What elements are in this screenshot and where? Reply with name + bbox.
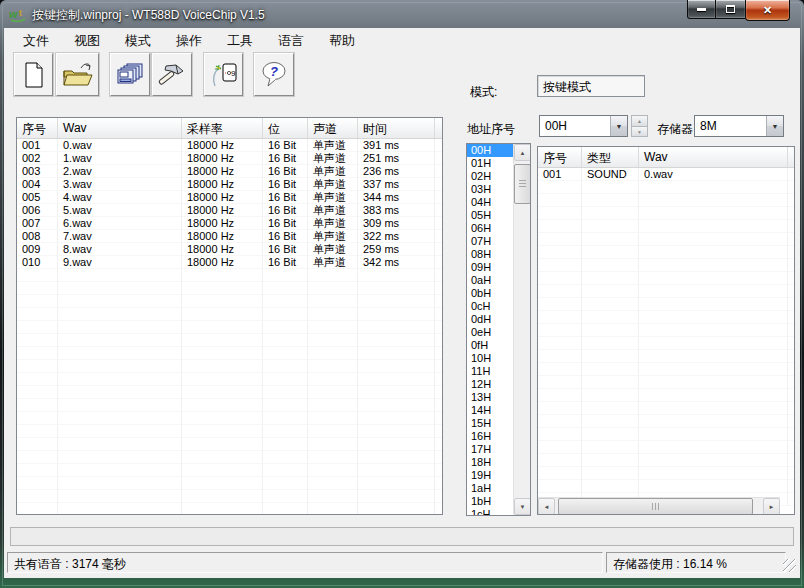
address-stepper[interactable]: ▲ ▼: [631, 115, 648, 137]
address-list-item[interactable]: 0aH: [467, 274, 513, 287]
address-list-item[interactable]: 00H: [467, 144, 513, 157]
address-list-item[interactable]: 19H: [467, 469, 513, 482]
address-list-item[interactable]: 11H: [467, 365, 513, 378]
table-row[interactable]: 0098.wav18000 Hz16 Bit单声道259 ms: [17, 243, 442, 256]
address-list-item[interactable]: 18H: [467, 456, 513, 469]
column-header[interactable]: 位: [263, 118, 308, 138]
menu-file[interactable]: 文件: [18, 30, 54, 52]
address-list-item[interactable]: 17H: [467, 443, 513, 456]
table-cell-filler: [788, 363, 794, 376]
column-header[interactable]: 序号: [17, 118, 58, 138]
table-cell-filler: [435, 503, 442, 515]
new-file-button[interactable]: [14, 53, 53, 96]
address-list-item[interactable]: 0eH: [467, 326, 513, 339]
address-table-hscrollbar[interactable]: ◄ ►: [538, 497, 780, 514]
address-list-item[interactable]: 08H: [467, 248, 513, 261]
table-row: [538, 220, 794, 233]
table-row[interactable]: 0054.wav18000 Hz16 Bit单声道344 ms: [17, 191, 442, 204]
address-list-item[interactable]: 1cH: [467, 508, 513, 516]
table-cell: [582, 480, 639, 493]
address-list-item[interactable]: 16H: [467, 430, 513, 443]
chevron-down-icon[interactable]: ▼: [610, 116, 627, 136]
download-chip-button[interactable]: 9: [204, 53, 243, 96]
table-row[interactable]: 0065.wav18000 Hz16 Bit单声道383 ms: [17, 204, 442, 217]
column-header[interactable]: 类型: [582, 147, 639, 167]
table-cell: [308, 308, 358, 321]
column-header[interactable]: 声道: [308, 118, 358, 138]
resize-grip[interactable]: [783, 559, 796, 572]
scrollbar-thumb[interactable]: [514, 164, 531, 204]
address-list-item[interactable]: 1aH: [467, 482, 513, 495]
minimize-button[interactable]: [687, 0, 716, 19]
scroll-left-icon[interactable]: ◄: [538, 498, 555, 515]
titlebar[interactable]: w t 按键控制.winproj - WT588D VoiceChip V1.5…: [0, 0, 804, 28]
menu-view[interactable]: 视图: [69, 30, 105, 52]
address-list-item[interactable]: 12H: [467, 378, 513, 391]
scroll-up-icon[interactable]: ▲: [514, 144, 531, 161]
menu-mode[interactable]: 模式: [120, 30, 156, 52]
table-cell-filler: [435, 425, 442, 438]
column-header[interactable]: 采样率: [182, 118, 263, 138]
table-row[interactable]: 0021.wav18000 Hz16 Bit单声道251 ms: [17, 152, 442, 165]
address-combobox[interactable]: 00H ▼: [539, 115, 628, 137]
address-list-item[interactable]: 1bH: [467, 495, 513, 508]
scroll-down-icon[interactable]: ▼: [514, 498, 531, 515]
table-row[interactable]: 0076.wav18000 Hz16 Bit单声道309 ms: [17, 217, 442, 230]
memory-combobox[interactable]: 8M ▼: [694, 115, 784, 137]
menu-language[interactable]: 语言: [273, 30, 309, 52]
address-list-item[interactable]: 02H: [467, 170, 513, 183]
table-row: [538, 272, 794, 285]
address-list-item[interactable]: 0dH: [467, 313, 513, 326]
column-header[interactable]: 序号: [538, 147, 582, 167]
menu-operation[interactable]: 操作: [171, 30, 207, 52]
address-list-item[interactable]: 04H: [467, 196, 513, 209]
column-header[interactable]: Wav: [639, 147, 788, 167]
scrollbar-thumb[interactable]: [558, 498, 753, 515]
address-list-item[interactable]: 15H: [467, 417, 513, 430]
table-cell: [582, 441, 639, 454]
address-listbox[interactable]: 00H01H02H03H04H05H06H07H08H09H0aH0bH0cH0…: [466, 143, 531, 516]
table-cell: [582, 233, 639, 246]
help-button[interactable]: ?: [254, 53, 294, 96]
open-project-button[interactable]: [56, 53, 99, 96]
address-list-item[interactable]: 07H: [467, 235, 513, 248]
address-list-item[interactable]: 0cH: [467, 300, 513, 313]
column-header[interactable]: 时间: [358, 118, 435, 138]
table-row[interactable]: 0109.wav18000 Hz16 Bit单声道342 ms: [17, 256, 442, 269]
build-button[interactable]: [152, 53, 192, 96]
address-list-scrollbar[interactable]: ▲ ▼: [513, 144, 530, 515]
batch-load-button[interactable]: [110, 53, 150, 96]
maximize-button[interactable]: [716, 0, 745, 19]
table-cell: 001: [17, 139, 58, 152]
scroll-right-icon[interactable]: ►: [763, 498, 780, 515]
address-list-item[interactable]: 06H: [467, 222, 513, 235]
column-header[interactable]: Wav: [58, 118, 182, 138]
address-list-item[interactable]: 01H: [467, 157, 513, 170]
address-list-item[interactable]: 14H: [467, 404, 513, 417]
table-row[interactable]: 0032.wav18000 Hz16 Bit单声道236 ms: [17, 165, 442, 178]
table-row[interactable]: 001SOUND0.wav: [538, 168, 794, 181]
table-cell: [182, 503, 263, 515]
table-row[interactable]: 0087.wav18000 Hz16 Bit单声道322 ms: [17, 230, 442, 243]
address-list-item[interactable]: 0fH: [467, 339, 513, 352]
menu-tools[interactable]: 工具: [222, 30, 258, 52]
table-row: [17, 321, 442, 334]
spinner-up-icon[interactable]: ▲: [631, 115, 648, 126]
memory-label: 存储器: [657, 121, 693, 138]
address-list-item[interactable]: 03H: [467, 183, 513, 196]
chevron-down-icon[interactable]: ▼: [766, 116, 783, 136]
table-row[interactable]: 0010.wav18000 Hz16 Bit单声道391 ms: [17, 139, 442, 152]
table-cell: [358, 334, 435, 347]
spinner-down-icon[interactable]: ▼: [631, 126, 648, 137]
table-row[interactable]: 0043.wav18000 Hz16 Bit单声道337 ms: [17, 178, 442, 191]
address-list-item[interactable]: 0bH: [467, 287, 513, 300]
menu-help[interactable]: 帮助: [324, 30, 360, 52]
address-list-item[interactable]: 13H: [467, 391, 513, 404]
table-cell: [582, 467, 639, 480]
address-list-item[interactable]: 10H: [467, 352, 513, 365]
address-list-item[interactable]: 09H: [467, 261, 513, 274]
address-list-item[interactable]: 05H: [467, 209, 513, 222]
table-cell-filler: [788, 337, 794, 350]
close-button[interactable]: ✕: [745, 0, 790, 21]
table-cell-filler: [435, 295, 442, 308]
